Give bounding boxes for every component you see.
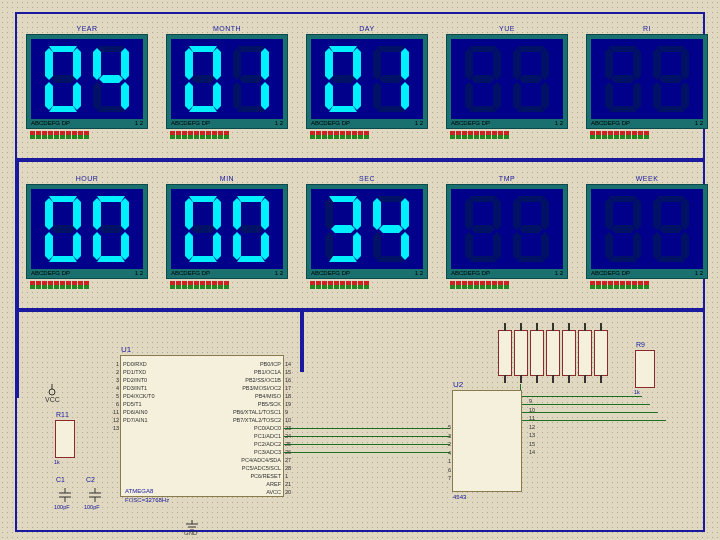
display-body: ABCDEFG DP1 2 (306, 34, 428, 129)
display-label: MONTH (166, 25, 288, 32)
chip-u2[interactable]: U2 9101112131514 5324167 4543 (452, 390, 522, 492)
display-body: ABCDEFG DP1 2 (586, 34, 708, 129)
wire-3 (282, 444, 450, 445)
u1-right-labels: PB0/ICPPB1/OC1APB2/SS/OC1BPB3/MOSI/OC2PB… (209, 360, 281, 496)
u2-name: U2 (453, 380, 463, 389)
display-label: RI (586, 25, 708, 32)
u2-left-pins: 5324167 (439, 423, 451, 483)
display-row-1: YEAR ABCDEFG DP1 2 MONTH ABCDEFG DP1 2 D… (26, 25, 694, 139)
display-row-2: HOUR ABCDEFG DP1 2 MIN ABCDEFG DP1 2 SEC… (26, 175, 694, 289)
wire-7 (522, 404, 650, 405)
display-year[interactable]: YEAR ABCDEFG DP1 2 (26, 25, 148, 139)
display-label: SEC (306, 175, 428, 182)
svg-point-8 (49, 389, 55, 395)
wire-8 (522, 412, 658, 413)
display-body: ABCDEFG DP1 2 (166, 184, 288, 279)
resistor-r9[interactable]: R9 1k (635, 350, 655, 388)
vcc-label: VCC (45, 384, 60, 403)
display-month[interactable]: MONTH ABCDEFG DP1 2 (166, 25, 288, 139)
u1-left-labels: PD0/RXDPD1/TXDPD2/INT0PD3/INT1PD4/XCK/T0… (123, 360, 195, 424)
wire-9 (522, 420, 666, 421)
display-body: ABCDEFG DP1 2 (166, 34, 288, 129)
display-body: ABCDEFG DP1 2 (446, 34, 568, 129)
bus-h-2 (15, 308, 705, 312)
bus-h-1 (15, 158, 705, 162)
cap-c1[interactable]: C1 100pF (56, 488, 74, 502)
bus-v-mid (300, 308, 304, 372)
resistor-r2[interactable] (498, 330, 512, 376)
display-hour[interactable]: HOUR ABCDEFG DP1 2 (26, 175, 148, 289)
resistor-r3[interactable] (514, 330, 528, 376)
u1-part: ATMEGA8 (125, 488, 153, 494)
display-min[interactable]: MIN ABCDEFG DP1 2 (166, 175, 288, 289)
display-label: MIN (166, 175, 288, 182)
display-sec[interactable]: SEC ABCDEFG DP1 2 (306, 175, 428, 289)
display-label: WEEK (586, 175, 708, 182)
c1-label: C1 (56, 476, 65, 483)
c2-value: 100pF (84, 504, 100, 510)
resistor-r5[interactable] (546, 330, 560, 376)
display-yue[interactable]: YUE ABCDEFG DP1 2 (446, 25, 568, 139)
c1-value: 100pF (54, 504, 70, 510)
display-label: TMP (446, 175, 568, 182)
wire-2 (282, 436, 450, 437)
wire-1 (282, 428, 450, 429)
resistor-array (498, 330, 608, 376)
resistor-r8[interactable] (594, 330, 608, 376)
u2-right-pins: 9101112131514 (529, 397, 535, 457)
display-body: ABCDEFG DP1 2 (26, 184, 148, 279)
resistor-r6[interactable] (562, 330, 576, 376)
resistor-r11[interactable]: R11 1k (55, 420, 75, 458)
wire-4 (282, 452, 450, 453)
display-body: ABCDEFG DP1 2 (586, 184, 708, 279)
display-tmp[interactable]: TMP ABCDEFG DP1 2 (446, 175, 568, 289)
display-week[interactable]: WEEK ABCDEFG DP1 2 (586, 175, 708, 289)
cap-c2[interactable]: C2 100pF (86, 488, 104, 502)
u1-name: U1 (121, 345, 131, 354)
u1-right-nums: 14151617181991023242526272812120 (285, 360, 295, 496)
display-body: ABCDEFG DP1 2 (26, 34, 148, 129)
resistor-r7[interactable] (578, 330, 592, 376)
wire-6 (522, 396, 642, 397)
display-day[interactable]: DAY ABCDEFG DP1 2 (306, 25, 428, 139)
display-label: YUE (446, 25, 568, 32)
chip-u1[interactable]: U1 PD0/RXDPD1/TXDPD2/INT0PD3/INT1PD4/XCK… (120, 355, 284, 497)
display-label: YEAR (26, 25, 148, 32)
r11-label: R11 (56, 411, 69, 418)
display-label: HOUR (26, 175, 148, 182)
u1-osc: FOSC=32768Hz (125, 497, 169, 503)
display-body: ABCDEFG DP1 2 (446, 184, 568, 279)
c2-label: C2 (86, 476, 95, 483)
r11-value: 1k (54, 459, 60, 465)
gnd-label: GND (184, 520, 200, 536)
r9-label: R9 (636, 341, 645, 348)
bus-v-left (15, 158, 19, 398)
display-ri[interactable]: RI ABCDEFG DP1 2 (586, 25, 708, 139)
resistor-r4[interactable] (530, 330, 544, 376)
u2-part: 4543 (453, 494, 466, 500)
r9-value: 1k (634, 389, 640, 395)
u1-left-nums: 123456111213 (109, 360, 119, 432)
display-body: ABCDEFG DP1 2 (306, 184, 428, 279)
display-label: DAY (306, 25, 428, 32)
